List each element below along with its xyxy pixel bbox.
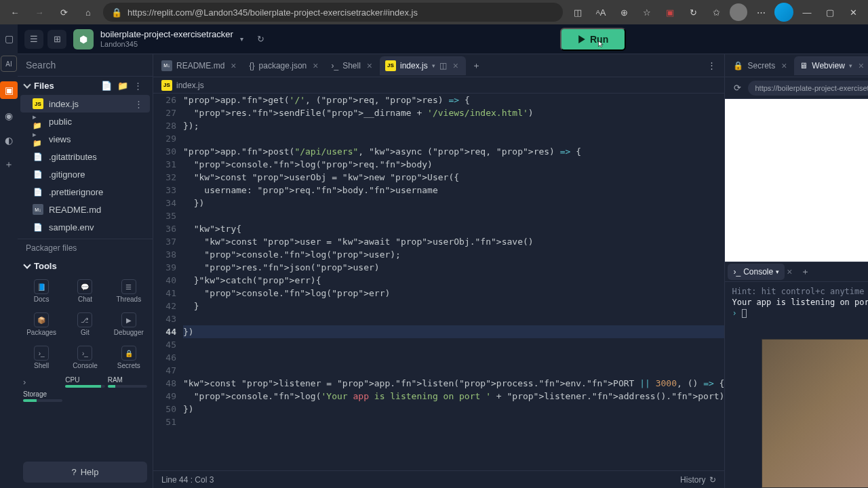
forward-button[interactable]: → (30, 3, 49, 22)
search-input[interactable]: Search (18, 54, 153, 77)
tab-package-json[interactable]: {}package.json× (244, 56, 326, 75)
tool-secrets[interactable]: 🔒Secrets (108, 342, 150, 373)
bing-icon[interactable] (774, 3, 793, 22)
minimize-icon[interactable]: — (797, 3, 816, 22)
url-bar[interactable]: 🔒 https://replit.com/@Landon345/boilerpl… (103, 3, 563, 22)
console-tab[interactable]: ›_ Console ▾ (728, 264, 785, 280)
webcam-overlay (762, 339, 868, 488)
sidebar-toggle-icon[interactable]: ☰ (24, 30, 43, 49)
sync-icon[interactable]: ↻ (684, 3, 703, 22)
file-item-sample-env[interactable]: 📄sample.env (18, 218, 153, 236)
right-pane: 🔒 Secrets×🖥 Webview ▾×＋⋮ ⟳ https://boile… (724, 54, 868, 488)
packager-section[interactable]: Packager files (18, 239, 153, 257)
favorites-icon[interactable]: ✩ (707, 3, 726, 22)
chevron-down-icon[interactable]: ▾ (776, 268, 779, 275)
more-icon[interactable]: ⋯ (751, 3, 770, 22)
webview-url[interactable]: https://boilerplate-project-exercisetrac… (748, 81, 868, 96)
folder-icon: ▸ 📁 (33, 134, 43, 144)
rail-github-icon[interactable]: ◉ (1, 108, 16, 123)
repl-owner[interactable]: Landon345 (100, 40, 233, 49)
chevron-down-icon[interactable] (23, 261, 31, 268)
close-window-icon[interactable]: ✕ (844, 3, 863, 22)
expand-icon[interactable]: › (23, 376, 62, 388)
resource-ram: RAM (108, 376, 147, 388)
tab-index-js[interactable]: JSindex.js▾◫× (380, 56, 466, 75)
console-tabs: ›_ Console ▾ × ＋ ⋮ (725, 262, 868, 282)
file-item--gitignore[interactable]: 📄.gitignore (18, 165, 153, 183)
add-tab-icon[interactable]: ＋ (797, 264, 813, 280)
tool-packages[interactable]: 📦Packages (20, 308, 62, 340)
reload-icon[interactable]: ⟳ (730, 81, 744, 95)
text-size-icon[interactable]: AA (591, 3, 610, 22)
breadcrumb: JS index.js (153, 77, 724, 94)
extension-icon[interactable]: ▣ (660, 3, 679, 22)
add-tab-icon[interactable]: ＋ (469, 58, 485, 74)
reload-button[interactable]: ⟳ (54, 3, 73, 22)
chevron-down-icon[interactable] (23, 81, 31, 88)
panel-icon[interactable]: ◫ (568, 3, 587, 22)
zoom-icon[interactable]: ⊕ (614, 3, 633, 22)
tool-docs[interactable]: 📘Docs (20, 275, 62, 307)
file-item-public[interactable]: ▸ 📁public (18, 113, 153, 130)
tool-chat[interactable]: 💬Chat (64, 275, 106, 307)
tab-close-icon[interactable]: × (229, 60, 238, 71)
rail-ai-icon[interactable]: AI (1, 56, 17, 72)
right-tabs: 🔒 Secrets×🖥 Webview ▾×＋⋮ (725, 54, 868, 77)
rail-github2-icon[interactable]: ◐ (1, 133, 16, 148)
debugger-icon: ▶ (121, 312, 136, 327)
tab-webview[interactable]: 🖥 Webview ▾× (794, 56, 868, 75)
tab-close-icon[interactable]: × (365, 60, 374, 71)
file-item--prettierignore[interactable]: 📄.prettierignore (18, 183, 153, 201)
editor-pane: M↓README.md×{}package.json×›_Shell×JSind… (153, 54, 724, 488)
maximize-icon[interactable]: ▢ (821, 3, 840, 22)
tool-threads[interactable]: ☰Threads (108, 275, 150, 307)
file-item-views[interactable]: ▸ 📁views (18, 130, 153, 148)
tab-readme-md[interactable]: M↓README.md× (156, 56, 244, 75)
resource-row: ›CPURAMStorage (18, 373, 153, 405)
profile-avatar[interactable] (730, 3, 747, 21)
code-editor[interactable]: 2627282930313233343536373839404142434445… (153, 94, 724, 470)
tool-debugger[interactable]: ▶Debugger (108, 308, 150, 340)
help-button[interactable]: ? Help (23, 462, 147, 483)
webview-content[interactable] (725, 99, 868, 262)
file-item-index-js[interactable]: JSindex.js⋮ (20, 95, 150, 113)
tool-git[interactable]: ⎇Git (64, 308, 106, 340)
run-button[interactable]: Run (560, 28, 626, 51)
tab-close-icon[interactable]: × (785, 266, 794, 277)
more-icon[interactable]: ⋮ (134, 81, 146, 91)
tab-close-icon[interactable]: × (311, 60, 320, 71)
tab-close-icon[interactable]: × (779, 60, 789, 71)
file-item-README-md[interactable]: M↓README.md (18, 201, 153, 218)
more-icon[interactable]: ⋮ (134, 99, 143, 109)
back-button[interactable]: ← (5, 3, 24, 22)
dropdown-icon[interactable]: ▾ (240, 35, 243, 43)
file-item--gitattributes[interactable]: 📄.gitattributes (18, 148, 153, 165)
repl-logo-icon: ⬢ (73, 29, 94, 49)
webview-toolbar: ⟳ https://boilerplate-project-exercisetr… (725, 77, 868, 99)
favorite-icon[interactable]: ☆ (637, 3, 656, 22)
repl-name[interactable]: boilerplate-project-exercisetracker (100, 29, 233, 40)
secrets-icon: 🔒 (121, 346, 136, 361)
tab-close-icon[interactable]: × (856, 60, 866, 71)
new-file-icon[interactable]: 📄 (101, 81, 113, 91)
rail-home-icon[interactable]: ▢ (1, 31, 16, 46)
tab-close-icon[interactable]: × (451, 60, 460, 71)
help-icon: ? (72, 467, 77, 477)
home-button[interactable]: ⌂ (79, 3, 98, 22)
file-icon: 📄 (33, 222, 43, 232)
rail-repl-icon[interactable]: ▣ (0, 81, 18, 99)
history-button[interactable]: History (680, 475, 705, 485)
url-text: https://replit.com/@Landon345/boilerplat… (127, 7, 418, 18)
tab-secrets[interactable]: 🔒 Secrets× (728, 56, 794, 75)
console-body[interactable]: Hint: hit control+c anytime to enter REP… (725, 282, 868, 488)
layout-icon[interactable]: ⊞ (47, 30, 66, 49)
tool-console[interactable]: ›_Console (64, 342, 106, 373)
new-folder-icon[interactable]: 📁 (117, 81, 130, 91)
tools-label: Tools (34, 261, 57, 271)
cursor-icon (597, 40, 606, 48)
tab-shell[interactable]: ›_Shell× (326, 56, 380, 75)
split-icon[interactable]: ◫ (439, 61, 447, 70)
tool-shell[interactable]: ›_Shell (20, 342, 62, 373)
rail-add-icon[interactable]: ＋ (1, 157, 16, 172)
tab-more-icon[interactable]: ⋮ (702, 60, 722, 70)
